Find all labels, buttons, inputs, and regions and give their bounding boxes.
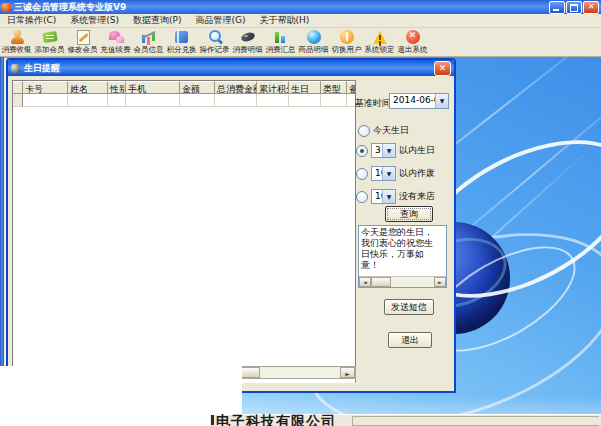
company-text: 电子科技有限公司 bbox=[216, 413, 336, 426]
scroll-right-icon[interactable]: ► bbox=[434, 277, 446, 287]
close-button[interactable]: ✕ bbox=[583, 1, 599, 14]
toolbar: 消费收银 添加会员 修改会员 充值续费 会员信息 积分兑换 操作记录 消费明细 … bbox=[0, 28, 601, 57]
scroll-left-icon[interactable]: ◄ bbox=[359, 277, 371, 287]
days-combo-expire[interactable]: 10 ▼ bbox=[371, 166, 396, 181]
statusbar-panel bbox=[352, 416, 599, 426]
system-lock-icon bbox=[371, 29, 389, 45]
column-header-points[interactable]: 累计积分 bbox=[257, 81, 289, 94]
column-header-type[interactable]: 类型 bbox=[321, 81, 347, 94]
days-combo-birthday[interactable]: 3 ▼ bbox=[371, 143, 396, 158]
dialog-title: 生日提醒 bbox=[24, 62, 60, 75]
scroll-right-icon[interactable]: ► bbox=[340, 367, 355, 378]
option-no-visit[interactable]: 10 ▼ 没有来店 bbox=[356, 189, 435, 204]
base-time-combo[interactable]: 2014-06-08 ▼ bbox=[389, 93, 449, 109]
radio-expire-within[interactable] bbox=[356, 168, 368, 180]
chevron-down-icon[interactable]: ▼ bbox=[435, 94, 448, 108]
toolbar-item-switch-user[interactable]: 切换用户 bbox=[330, 28, 363, 54]
base-time-value: 2014-06-08 bbox=[390, 94, 435, 108]
recharge-icon bbox=[107, 29, 125, 45]
toolbar-item-system-lock[interactable]: 系统锁定 bbox=[363, 28, 396, 54]
table-row[interactable] bbox=[13, 94, 355, 107]
dialog-icon bbox=[11, 64, 20, 73]
toolbar-item-edit-member[interactable]: 修改会员 bbox=[66, 28, 99, 54]
dialog-titlebar: 生日提醒 ✕ bbox=[8, 60, 454, 76]
toolbar-item-points-exchange[interactable]: 积分兑换 bbox=[165, 28, 198, 54]
chevron-down-icon[interactable]: ▼ bbox=[382, 190, 395, 203]
birthday-reminder-dialog: 生日提醒 ✕ 卡号 姓名 性别 手机 金额 总消费金额 累计积分 生日 类型 备… bbox=[6, 58, 456, 393]
menu-item-daily-ops[interactable]: 日常操作(C) bbox=[0, 14, 63, 27]
column-header-total-consume[interactable]: 总消费金额 bbox=[215, 81, 257, 94]
toolbar-item-cashier[interactable]: 消费收银 bbox=[0, 28, 33, 54]
operation-log-icon bbox=[206, 29, 224, 45]
sms-scrollbar[interactable]: ◄ ► bbox=[359, 276, 446, 287]
chevron-down-icon[interactable]: ▼ bbox=[382, 144, 395, 157]
edit-member-icon bbox=[74, 29, 92, 45]
minimize-button[interactable] bbox=[549, 1, 565, 14]
menu-item-goods-mgmt[interactable]: 商品管理(G) bbox=[189, 14, 253, 27]
toolbar-item-member-info[interactable]: 会员信息 bbox=[132, 28, 165, 54]
menubar: 日常操作(C) 系统管理(S) 数据查询(P) 商品管理(G) 关于帮助(H) bbox=[0, 14, 601, 28]
days-combo-no-visit[interactable]: 10 ▼ bbox=[371, 189, 396, 204]
column-header-birthday[interactable]: 生日 bbox=[289, 81, 321, 94]
column-header-amount[interactable]: 金额 bbox=[180, 81, 215, 94]
switch-user-icon bbox=[338, 29, 356, 45]
cashier-icon bbox=[8, 29, 26, 45]
dialog-close-button[interactable]: ✕ bbox=[434, 61, 451, 76]
maximize-button[interactable] bbox=[566, 1, 582, 14]
send-sms-button[interactable]: 发送短信 bbox=[384, 299, 434, 315]
menu-item-system-mgmt[interactable]: 系统管理(S) bbox=[63, 14, 126, 27]
column-header-gender[interactable]: 性别 bbox=[108, 81, 126, 94]
option-birthday-within[interactable]: 3 ▼ 以内生日 bbox=[356, 143, 435, 158]
exit-system-icon bbox=[404, 29, 422, 45]
radio-no-visit[interactable] bbox=[356, 191, 368, 203]
white-window-area bbox=[0, 366, 242, 426]
toolbar-item-exit-system[interactable]: 退出系统 bbox=[396, 28, 429, 54]
consume-detail-icon bbox=[239, 29, 257, 45]
members-table[interactable]: 卡号 姓名 性别 手机 金额 总消费金额 累计积分 生日 类型 备注 bbox=[12, 80, 356, 383]
app-icon bbox=[2, 3, 11, 12]
toolbar-item-operation-log[interactable]: 操作记录 bbox=[198, 28, 231, 54]
app-titlebar: 三诚会员管理系统专业版V9 ✕ bbox=[0, 0, 601, 14]
company-text-fragment bbox=[211, 415, 214, 425]
goods-detail-icon bbox=[305, 29, 323, 45]
column-header-name[interactable]: 姓名 bbox=[68, 81, 108, 94]
consume-summary-icon bbox=[272, 29, 290, 45]
option-today-birthday[interactable]: 今天生日 bbox=[358, 124, 409, 137]
query-button[interactable]: 查询 bbox=[385, 206, 433, 222]
app-title: 三诚会员管理系统专业版V9 bbox=[14, 1, 126, 14]
option-expire-within[interactable]: 10 ▼ 以内作废 bbox=[356, 166, 435, 181]
points-exchange-icon bbox=[173, 29, 191, 45]
add-member-icon bbox=[41, 29, 59, 45]
exit-button[interactable]: 退出 bbox=[388, 332, 432, 348]
base-time-label: 基准时间 bbox=[355, 97, 391, 110]
toolbar-item-add-member[interactable]: 添加会员 bbox=[33, 28, 66, 54]
sms-message-text: 今天是您的生日，我们衷心的祝您生日快乐，万事如意！ bbox=[359, 226, 441, 272]
sms-message-box[interactable]: 今天是您的生日，我们衷心的祝您生日快乐，万事如意！ ◄ ► bbox=[358, 225, 447, 288]
toolbar-item-goods-detail[interactable]: 商品明细 bbox=[297, 28, 330, 54]
member-info-icon bbox=[140, 29, 158, 45]
toolbar-item-consume-summary[interactable]: 消费汇总 bbox=[264, 28, 297, 54]
menu-item-help[interactable]: 关于帮助(H) bbox=[253, 14, 317, 27]
column-header-remark[interactable]: 备注 bbox=[347, 81, 356, 94]
radio-today-birthday[interactable] bbox=[358, 125, 370, 137]
toolbar-item-consume-detail[interactable]: 消费明细 bbox=[231, 28, 264, 54]
menu-item-data-query[interactable]: 数据查询(P) bbox=[126, 14, 188, 27]
column-header-selector bbox=[13, 81, 23, 94]
toolbar-item-recharge[interactable]: 充值续费 bbox=[99, 28, 132, 54]
column-header-phone[interactable]: 手机 bbox=[126, 81, 180, 94]
table-header-row: 卡号 姓名 性别 手机 金额 总消费金额 累计积分 生日 类型 备注 bbox=[13, 81, 355, 94]
column-header-card-no[interactable]: 卡号 bbox=[23, 81, 68, 94]
scrollbar-thumb[interactable] bbox=[371, 277, 391, 287]
radio-birthday-within[interactable] bbox=[356, 145, 368, 157]
chevron-down-icon[interactable]: ▼ bbox=[382, 167, 395, 180]
